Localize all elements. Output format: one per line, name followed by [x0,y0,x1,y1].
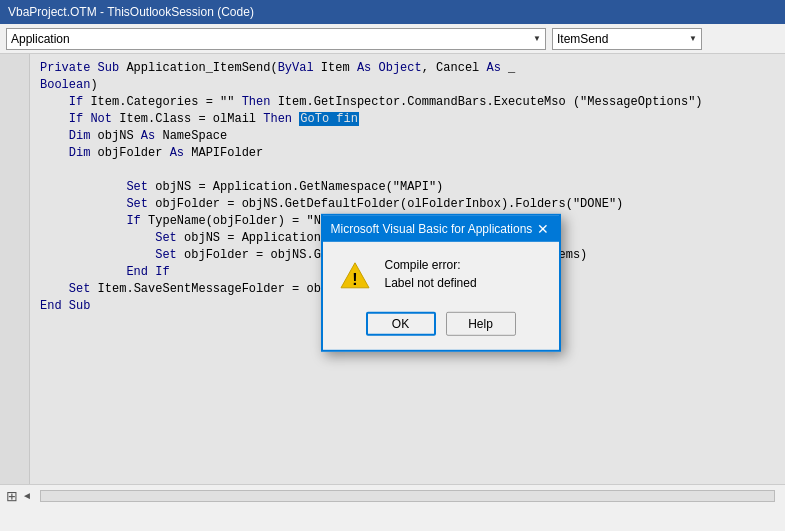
itemsend-dropdown-arrow-icon: ▼ [689,34,697,43]
itemsend-dropdown-label: ItemSend [557,32,608,46]
itemsend-dropdown[interactable]: ItemSend ▼ [552,28,702,50]
modal-help-button[interactable]: Help [446,312,516,336]
application-dropdown[interactable]: Application ▼ [6,28,546,50]
grid-icon: ⊞ [6,488,18,504]
compile-error-dialog: Microsoft Visual Basic for Applications … [321,214,561,352]
modal-error-title: Compile error: [385,258,543,272]
modal-body: ! Compile error: Label not defined [323,242,559,302]
modal-ok-button[interactable]: OK [366,312,436,336]
editor-container: Private Sub Application_ItemSend(ByVal I… [0,54,785,484]
warning-icon: ! [339,260,371,292]
toolbar: Application ▼ ItemSend ▼ [0,24,785,54]
modal-buttons: OK Help [323,302,559,350]
horizontal-scrollbar[interactable] [40,490,775,502]
title-bar: VbaProject.OTM - ThisOutlookSession (Cod… [0,0,785,24]
status-bar: ⊞ ◄ [0,484,785,506]
modal-title-bar: Microsoft Visual Basic for Applications … [323,216,559,242]
modal-message: Compile error: Label not defined [385,258,543,290]
modal-overlay: Microsoft Visual Basic for Applications … [0,54,785,484]
title-text: VbaProject.OTM - ThisOutlookSession (Cod… [8,5,254,19]
application-dropdown-label: Application [11,32,70,46]
svg-text:!: ! [352,271,357,288]
modal-error-detail: Label not defined [385,276,543,290]
warning-triangle-icon: ! [339,260,371,292]
application-dropdown-arrow-icon: ▼ [533,34,541,43]
modal-close-button[interactable]: ✕ [535,222,551,236]
modal-title-text: Microsoft Visual Basic for Applications [331,222,533,236]
scroll-left-icon: ◄ [22,490,32,501]
